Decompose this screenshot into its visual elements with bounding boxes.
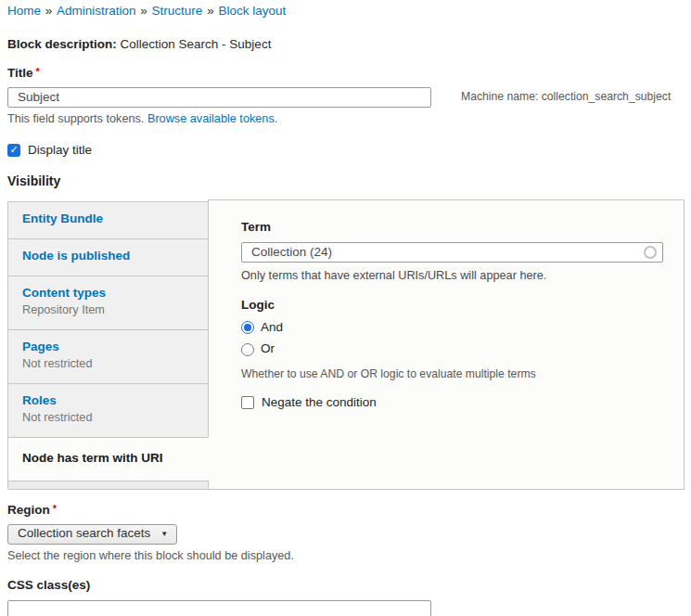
visibility-vertical-tabs: Entity BundleNode is publishedContent ty…: [7, 199, 685, 490]
visibility-tab-roles[interactable]: RolesNot restricted: [7, 383, 209, 438]
term-autocomplete-input[interactable]: [241, 242, 663, 263]
caret-down-icon: ▼: [160, 530, 168, 539]
title-field: Title* Machine name: collection_search_s…: [7, 66, 684, 127]
css-classes-field: CSS class(es) Customize the styling of t…: [7, 578, 684, 616]
tab-title: Pages: [22, 339, 198, 354]
title-label: Title: [7, 66, 33, 80]
required-marker: *: [36, 66, 40, 77]
block-description: Block description: Collection Search - S…: [7, 37, 684, 53]
block-configure-page: Home » Administration » Structure » Bloc…: [0, 0, 691, 616]
tab-summary: Not restricted: [22, 410, 198, 425]
visibility-tab-node-is-published[interactable]: Node is published: [7, 238, 209, 276]
title-help-text: This field supports tokens.: [7, 112, 147, 125]
display-title-checkbox[interactable]: ✓: [7, 144, 20, 157]
visibility-tab-panel: Term Only terms that have external URIs/…: [208, 199, 685, 490]
display-title-row[interactable]: ✓ Display title: [7, 143, 684, 159]
breadcrumb-link-block-layout[interactable]: Block layout: [218, 4, 286, 18]
title-help: This field supports tokens. Browse avail…: [7, 112, 684, 127]
tab-title: Node is published: [22, 248, 198, 263]
breadcrumb-separator: »: [203, 4, 217, 18]
region-label: Region: [7, 503, 50, 517]
tab-title: Content types: [22, 285, 198, 301]
region-select[interactable]: Collection search facets ▼: [7, 524, 177, 545]
tabs-menu-footer: [7, 481, 209, 490]
visibility-tab-pages[interactable]: PagesNot restricted: [7, 329, 209, 384]
browse-tokens-link[interactable]: Browse available tokens.: [147, 112, 277, 125]
region-field: Region* Collection search facets ▼ Selec…: [7, 503, 684, 564]
radio-label: Or: [261, 341, 275, 357]
term-help: Only terms that have external URIs/URLs …: [241, 269, 663, 284]
tab-title: Entity Bundle: [22, 211, 198, 226]
negate-condition-row[interactable]: Negate the condition: [241, 395, 663, 411]
machine-name: Machine name: collection_search_subject: [461, 90, 671, 104]
visibility-tabs-menu: Entity BundleNode is publishedContent ty…: [7, 201, 209, 490]
title-input[interactable]: [7, 87, 431, 108]
logic-label: Logic: [241, 298, 663, 314]
breadcrumb-link-structure[interactable]: Structure: [152, 4, 203, 18]
tab-summary: Not restricted: [22, 356, 198, 371]
breadcrumb-separator: »: [42, 4, 56, 18]
logic-options: AndOr: [241, 320, 663, 358]
tab-title: Node has term with URI: [22, 450, 198, 466]
machine-name-label: Machine name:: [461, 90, 538, 103]
region-selected-option: Collection search facets: [18, 526, 150, 542]
breadcrumb-link-home[interactable]: Home: [7, 4, 41, 18]
region-help: Select the region where this block shoul…: [7, 549, 684, 564]
term-label: Term: [241, 220, 663, 236]
visibility-heading: Visibility: [7, 173, 684, 190]
breadcrumb: Home » Administration » Structure » Bloc…: [7, 4, 684, 19]
logic-option-or[interactable]: Or: [241, 341, 663, 357]
visibility-tab-entity-bundle[interactable]: Entity Bundle: [7, 201, 209, 239]
autocomplete-throbber-icon: [644, 246, 657, 259]
breadcrumb-separator: »: [137, 4, 151, 18]
radio-or[interactable]: [241, 343, 254, 356]
display-title-label: Display title: [28, 143, 92, 159]
negate-condition-checkbox[interactable]: [241, 396, 254, 409]
tab-summary: Repository Item: [22, 302, 198, 317]
radio-label: And: [261, 320, 283, 336]
machine-name-value: collection_search_subject: [542, 90, 672, 103]
negate-condition-label: Negate the condition: [262, 395, 377, 411]
required-marker: *: [53, 503, 57, 514]
block-description-value: Collection Search - Subject: [121, 37, 272, 51]
visibility-tab-content-types[interactable]: Content typesRepository Item: [7, 276, 209, 330]
visibility-tab-node-has-term-with-uri[interactable]: Node has term with URI: [7, 437, 209, 481]
breadcrumb-link-administration[interactable]: Administration: [57, 4, 136, 18]
block-description-label: Block description:: [7, 37, 117, 51]
logic-option-and[interactable]: And: [241, 320, 663, 336]
css-classes-label: CSS class(es): [7, 578, 684, 594]
tab-title: Roles: [22, 392, 198, 408]
logic-help: Whether to use AND or OR logic to evalua…: [241, 367, 663, 381]
radio-and[interactable]: [241, 321, 254, 334]
css-classes-input[interactable]: [7, 600, 431, 616]
